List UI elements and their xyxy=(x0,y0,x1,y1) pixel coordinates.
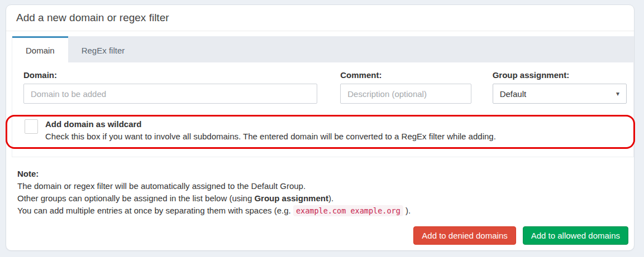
tab-regex-filter[interactable]: RegEx filter xyxy=(68,36,139,62)
add-domain-card: Add a new domain or regex filter Domain … xyxy=(6,4,635,251)
domain-input[interactable] xyxy=(23,84,317,104)
domain-label: Domain: xyxy=(23,70,317,80)
note-line-1: The domain or regex filter will be autom… xyxy=(17,180,411,192)
comment-field-group: Comment: xyxy=(340,70,471,104)
page-title: Add a new domain or regex filter xyxy=(16,12,169,24)
wildcard-description: Check this box if you want to involve al… xyxy=(45,130,496,143)
tab-nav: Domain RegEx filter xyxy=(12,36,633,62)
dropdown-caret-icon: ▾ xyxy=(616,90,619,97)
example-domains-code: example.com example.org xyxy=(293,205,403,216)
action-buttons: Add to denied domains Add to allowed dom… xyxy=(413,226,628,245)
domain-field-group: Domain: xyxy=(23,70,317,104)
note-heading: Note: xyxy=(17,168,411,180)
group-assignment-field-group: Group assignment: Default ▾ xyxy=(493,70,627,104)
tab-domain[interactable]: Domain xyxy=(12,36,68,62)
page: Add a new domain or regex filter Domain … xyxy=(0,0,644,257)
add-to-denied-domains-button[interactable]: Add to denied domains xyxy=(413,226,516,245)
note-line-2-bold: Group assignment xyxy=(254,193,328,203)
card-header: Add a new domain or regex filter xyxy=(6,5,634,31)
note-line-3: You can add multiple entries at once by … xyxy=(17,205,411,217)
tab-regex-filter-label: RegEx filter xyxy=(82,46,125,55)
tab-content-domain: Domain: Comment: Group assignment: Defau… xyxy=(12,62,633,157)
note-line-2-text: Other groups can optionally be assigned … xyxy=(17,193,254,203)
group-assignment-selected-value: Default xyxy=(500,89,527,99)
wildcard-text: Add domain as wildcard Check this box if… xyxy=(45,118,496,143)
comment-input[interactable] xyxy=(340,84,471,104)
note-line-2: Other groups can optionally be assigned … xyxy=(17,192,411,205)
note-line-3-end: ). xyxy=(403,206,411,215)
note-line-2-end: ). xyxy=(328,193,333,203)
wildcard-title: Add domain as wildcard xyxy=(45,118,496,130)
wildcard-checkbox[interactable] xyxy=(25,119,38,134)
note-line-3-text: You can add multiple entries at once by … xyxy=(17,206,293,215)
wildcard-row: Add domain as wildcard Check this box if… xyxy=(25,118,627,143)
form-row: Domain: Comment: Group assignment: Defau… xyxy=(18,70,627,104)
comment-label: Comment: xyxy=(340,70,471,80)
group-assignment-label: Group assignment: xyxy=(493,70,627,80)
group-assignment-select[interactable]: Default ▾ xyxy=(493,84,627,104)
note-section: Note: The domain or regex filter will be… xyxy=(17,168,411,217)
tab-box: Domain RegEx filter Domain: Comment: xyxy=(12,36,634,157)
tab-domain-label: Domain xyxy=(26,46,55,55)
add-to-allowed-domains-button[interactable]: Add to allowed domains xyxy=(523,226,628,245)
